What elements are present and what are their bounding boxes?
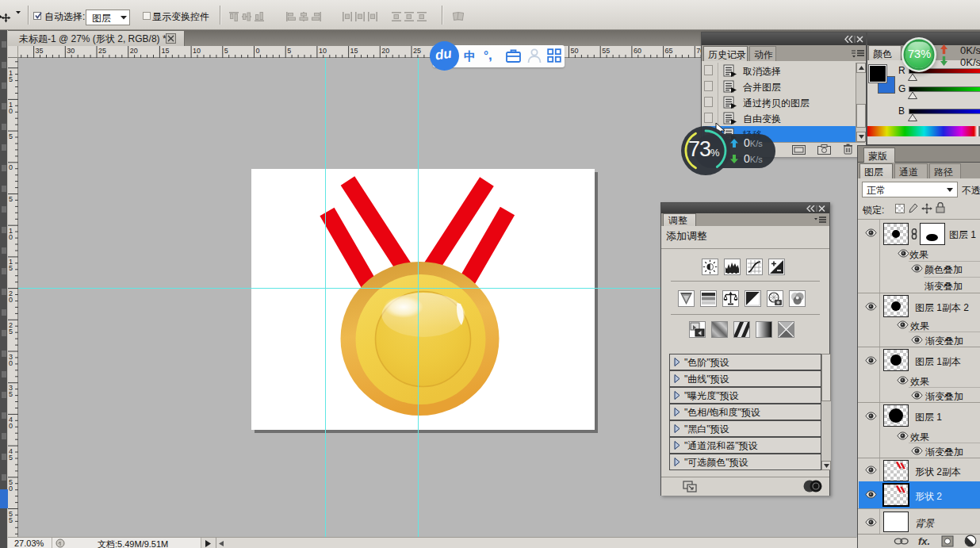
svg-text:50: 50 [571,47,579,55]
svg-text:0: 0 [9,485,13,492]
svg-text:25: 25 [413,47,421,55]
svg-text:65: 65 [665,47,673,55]
svg-text:5: 5 [9,75,13,83]
svg-text:5: 5 [224,47,228,55]
svg-text:0: 0 [9,107,13,115]
svg-text:15: 15 [161,47,169,55]
svg-text:55: 55 [602,47,610,55]
svg-text:5: 5 [9,390,13,398]
svg-text:10: 10 [193,47,201,55]
svg-text:0: 0 [256,47,260,55]
svg-text:20: 20 [381,47,389,55]
svg-text:5: 5 [9,516,13,524]
svg-text:5: 5 [9,264,13,272]
svg-text:5: 5 [9,328,13,335]
svg-text:0: 0 [9,359,13,367]
svg-text:35: 35 [36,47,44,55]
svg-text:5: 5 [9,132,13,140]
svg-text:25: 25 [98,47,106,55]
svg-text:30: 30 [67,47,75,55]
svg-text:60: 60 [634,47,641,55]
svg-text:0: 0 [9,233,13,241]
svg-text:10: 10 [319,47,327,55]
svg-text:15: 15 [350,47,358,55]
svg-text:0: 0 [9,296,13,304]
svg-text:0: 0 [9,422,13,430]
svg-text:5: 5 [9,454,13,462]
svg-text:5: 5 [287,47,291,55]
svg-text:0: 0 [9,163,13,171]
svg-text:20: 20 [130,47,138,55]
svg-text:5: 5 [9,195,13,203]
